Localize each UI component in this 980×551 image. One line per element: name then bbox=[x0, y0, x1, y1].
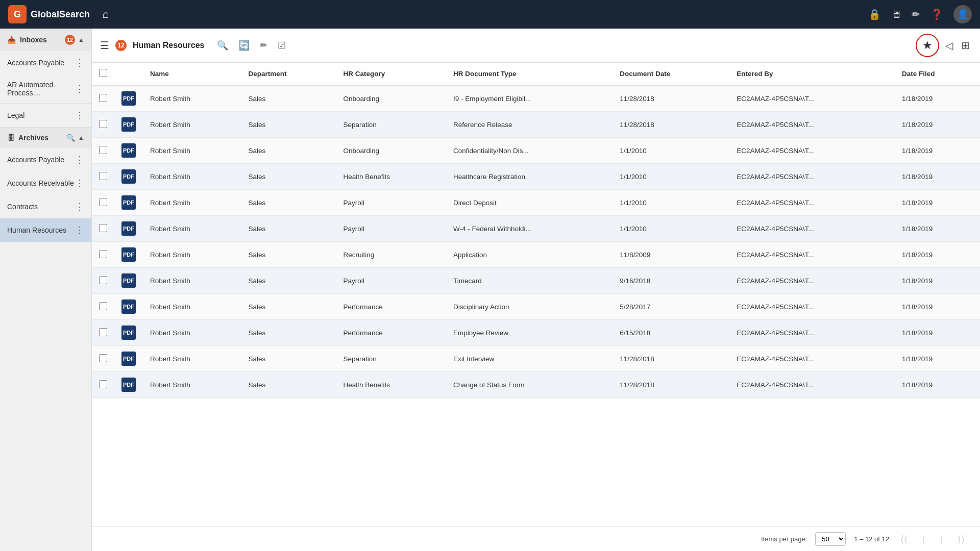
home-icon[interactable]: ⌂ bbox=[102, 8, 109, 21]
help-icon[interactable]: ❓ bbox=[930, 8, 943, 20]
sidebar-archives-header[interactable]: 🗄 Archives 🔍 ▲ bbox=[0, 128, 91, 148]
avatar[interactable]: 👤 bbox=[953, 5, 972, 23]
archives-collapse-icon[interactable]: ▲ bbox=[78, 134, 84, 141]
sidebar-item-human-resources[interactable]: Human Resources ⋮ bbox=[0, 218, 91, 242]
last-page-button[interactable]: ⟩⟩ bbox=[954, 533, 968, 546]
sidebar-item-accounts-payable-archives[interactable]: Accounts Payable ⋮ bbox=[0, 148, 91, 171]
more-icon[interactable]: ⋮ bbox=[75, 178, 84, 189]
row-checkbox-cell[interactable] bbox=[92, 320, 114, 346]
row-checkbox[interactable] bbox=[99, 94, 107, 102]
edit-action-icon[interactable]: ✏ bbox=[258, 38, 270, 53]
next-page-button[interactable]: ⟩ bbox=[937, 533, 946, 546]
col-header-doc-date[interactable]: Document Date bbox=[612, 63, 729, 85]
sidebar-item-legal[interactable]: Legal ⋮ bbox=[0, 104, 91, 127]
grid-icon[interactable]: ⊞ bbox=[959, 37, 972, 54]
row-checkbox-cell[interactable] bbox=[92, 138, 114, 164]
table-row[interactable]: PDF Robert Smith Sales Health Benefits C… bbox=[92, 372, 980, 398]
row-checkbox[interactable] bbox=[99, 354, 107, 362]
refresh-action-icon[interactable]: 🔄 bbox=[236, 38, 252, 53]
table-row[interactable]: PDF Robert Smith Sales Performance Emplo… bbox=[92, 320, 980, 346]
row-date-filed: 1/18/2019 bbox=[895, 190, 980, 216]
row-checkbox[interactable] bbox=[99, 276, 107, 284]
row-date-filed: 1/18/2019 bbox=[895, 138, 980, 164]
row-doc-icon-cell: PDF bbox=[114, 85, 143, 112]
sidebar-item-ar-automated-process[interactable]: AR Automated Process ... ⋮ bbox=[0, 74, 91, 103]
row-name: Robert Smith bbox=[143, 346, 241, 372]
row-checkbox-cell[interactable] bbox=[92, 112, 114, 138]
prev-page-button[interactable]: ⟨ bbox=[919, 533, 928, 546]
row-checkbox[interactable] bbox=[99, 302, 107, 310]
row-checkbox[interactable] bbox=[99, 146, 107, 154]
table-row[interactable]: PDF Robert Smith Sales Separation Exit I… bbox=[92, 346, 980, 372]
more-icon[interactable]: ⋮ bbox=[75, 201, 84, 212]
items-per-page-select[interactable]: 50 25 100 bbox=[815, 532, 846, 546]
table-row[interactable]: PDF Robert Smith Sales Onboarding Confid… bbox=[92, 138, 980, 164]
table-row[interactable]: PDF Robert Smith Sales Onboarding I9 - E… bbox=[92, 85, 980, 112]
row-checkbox[interactable] bbox=[99, 328, 107, 336]
row-checkbox[interactable] bbox=[99, 198, 107, 206]
select-all-header[interactable] bbox=[92, 63, 114, 85]
row-checkbox[interactable] bbox=[99, 380, 107, 388]
star-button[interactable]: ★ bbox=[916, 34, 939, 57]
back-icon[interactable]: ◁ bbox=[943, 37, 955, 54]
more-icon[interactable]: ⋮ bbox=[75, 83, 84, 94]
row-doc-icon-cell: PDF bbox=[114, 372, 143, 398]
col-header-hr-category[interactable]: HR Category bbox=[336, 63, 446, 85]
row-checkbox-cell[interactable] bbox=[92, 294, 114, 320]
table-row[interactable]: PDF Robert Smith Sales Recruiting Applic… bbox=[92, 242, 980, 268]
col-header-hr-doc-type[interactable]: HR Document Type bbox=[446, 63, 612, 85]
check-action-icon[interactable]: ☑ bbox=[276, 38, 288, 53]
table-row[interactable]: PDF Robert Smith Sales Performance Disci… bbox=[92, 294, 980, 320]
col-header-date-filed[interactable]: Date Filed bbox=[895, 63, 980, 85]
search-action-icon[interactable]: 🔍 bbox=[215, 38, 230, 53]
row-checkbox-cell[interactable] bbox=[92, 216, 114, 242]
row-checkbox-cell[interactable] bbox=[92, 85, 114, 112]
col-header-entered-by[interactable]: Entered By bbox=[729, 63, 895, 85]
row-checkbox-cell[interactable] bbox=[92, 268, 114, 294]
row-name: Robert Smith bbox=[143, 372, 241, 398]
row-hr-doc-type: Confidentiality/Non Dis... bbox=[446, 138, 612, 164]
row-hr-doc-type: Disciplinary Action bbox=[446, 294, 612, 320]
results-table: Name Department HR Category HR Document … bbox=[92, 63, 980, 398]
sidebar-item-accounts-receivable[interactable]: Accounts Receivable ⋮ bbox=[0, 171, 91, 195]
more-icon[interactable]: ⋮ bbox=[75, 224, 84, 236]
row-checkbox-cell[interactable] bbox=[92, 190, 114, 216]
monitor-icon[interactable]: 🖥 bbox=[891, 9, 901, 20]
row-checkbox-cell[interactable] bbox=[92, 242, 114, 268]
search-icon[interactable]: 🔍 bbox=[66, 134, 75, 142]
sidebar-inboxes-header[interactable]: 📥 Inboxes 12 ▲ bbox=[0, 29, 91, 51]
table-row[interactable]: PDF Robert Smith Sales Payroll W-4 - Fed… bbox=[92, 216, 980, 242]
inboxes-collapse-icon[interactable]: ▲ bbox=[78, 36, 84, 43]
row-checkbox[interactable] bbox=[99, 172, 107, 180]
content-area: ☰ 12 Human Resources 🔍 🔄 ✏ ☑ ★ ◁ ⊞ bbox=[92, 29, 980, 551]
table-row[interactable]: PDF Robert Smith Sales Payroll Timecard … bbox=[92, 268, 980, 294]
sidebar-item-contracts[interactable]: Contracts ⋮ bbox=[0, 195, 91, 218]
row-hr-category: Recruiting bbox=[336, 242, 446, 268]
row-checkbox-cell[interactable] bbox=[92, 346, 114, 372]
row-checkbox[interactable] bbox=[99, 224, 107, 232]
lock-icon[interactable]: 🔒 bbox=[868, 8, 881, 20]
sidebar-item-label: Accounts Receivable bbox=[7, 179, 74, 187]
row-checkbox[interactable] bbox=[99, 250, 107, 258]
first-page-button[interactable]: ⟨⟨ bbox=[897, 533, 911, 546]
table-row[interactable]: PDF Robert Smith Sales Payroll Direct De… bbox=[92, 190, 980, 216]
doc-icon: PDF bbox=[121, 247, 136, 262]
col-header-name[interactable]: Name bbox=[143, 63, 241, 85]
table-row[interactable]: PDF Robert Smith Sales Separation Refere… bbox=[92, 112, 980, 138]
col-header-department[interactable]: Department bbox=[241, 63, 336, 85]
row-checkbox[interactable] bbox=[99, 120, 107, 128]
row-name: Robert Smith bbox=[143, 85, 241, 112]
row-doc-icon-cell: PDF bbox=[114, 216, 143, 242]
row-checkbox-cell[interactable] bbox=[92, 372, 114, 398]
sidebar: 📥 Inboxes 12 ▲ Accounts Payable ⋮ AR Aut… bbox=[0, 29, 92, 551]
more-icon[interactable]: ⋮ bbox=[75, 57, 84, 68]
menu-icon[interactable]: ☰ bbox=[100, 39, 109, 52]
table-row[interactable]: PDF Robert Smith Sales Health Benefits H… bbox=[92, 164, 980, 190]
edit-icon[interactable]: ✏ bbox=[912, 8, 920, 20]
row-checkbox-cell[interactable] bbox=[92, 164, 114, 190]
select-all-checkbox[interactable] bbox=[99, 69, 107, 77]
more-icon[interactable]: ⋮ bbox=[75, 110, 84, 121]
row-department: Sales bbox=[241, 242, 336, 268]
sidebar-item-accounts-payable-inbox[interactable]: Accounts Payable ⋮ bbox=[0, 51, 91, 74]
more-icon[interactable]: ⋮ bbox=[75, 154, 84, 165]
